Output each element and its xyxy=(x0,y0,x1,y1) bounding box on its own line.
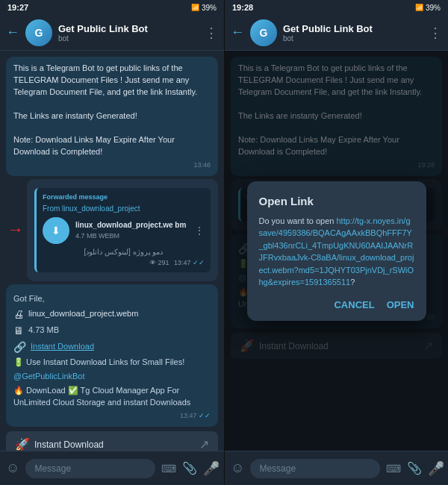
instant-dl-button-left[interactable]: 🚀 Instant Download ↗ xyxy=(6,431,218,451)
open-link-dialog: Open Link Do you want to open http://tg-… xyxy=(247,181,426,321)
mic-icon-left[interactable]: 🎤 xyxy=(203,460,220,477)
dialog-backdrop: Open Link Do you want to open http://tg-… xyxy=(225,51,448,451)
instant-link-row-left: 🔗 Instant Download xyxy=(13,340,211,354)
input-bar-left: ☺ ⌨ 📎 🎤 xyxy=(0,451,224,485)
file-caption-left: دمو پروژه [لینوکس دانلود] xyxy=(43,247,205,258)
file-options-left[interactable]: ⋮ xyxy=(194,223,205,238)
message-input-left[interactable] xyxy=(25,459,155,478)
rocket-icon-left: 🚀 xyxy=(15,437,30,451)
chat-header-right: ← G Get Public Link Bot bot ⋮ xyxy=(225,15,448,51)
dialog-open-button[interactable]: OPEN xyxy=(387,299,414,310)
right-panel: 19:28 📶 39% ← G Get Public Link Bot bot … xyxy=(224,0,448,485)
header-sub-left: bot xyxy=(58,34,199,43)
dialog-cancel-button[interactable]: CANCEL xyxy=(334,299,374,310)
keyboard-icon-left[interactable]: ⌨ xyxy=(161,463,176,475)
back-button-right[interactable]: ← xyxy=(231,25,244,40)
forwarded-label-left: Forwarded message xyxy=(43,193,205,202)
header-info-right: Get Public Link Bot bot xyxy=(283,23,423,43)
file-row-left: 🖨 linux_download_project.webm xyxy=(13,307,211,322)
chat-header-left: ← G Get Public Link Bot bot ⋮ xyxy=(0,15,224,51)
emoji-icon-right[interactable]: ☺ xyxy=(231,460,244,476)
file-size-left: 4.73 MB xyxy=(28,325,59,337)
mic-icon-right[interactable]: 🎤 xyxy=(428,460,444,477)
status-icons-right: 📶 39% xyxy=(415,4,441,12)
emoji-icon-left[interactable]: ☺ xyxy=(6,460,19,476)
status-bar-left: 19:27 📶 39% xyxy=(0,0,224,15)
header-title-left: Get Public Link Bot xyxy=(58,23,199,34)
size-row-left: 🖥 4.73 MB xyxy=(13,323,211,338)
back-button-left[interactable]: ← xyxy=(6,25,19,40)
file-meta-left: 4.7 MB WEBM xyxy=(75,231,188,241)
more-button-left[interactable]: ⋮ xyxy=(205,25,218,41)
dialog-title: Open Link xyxy=(259,195,414,207)
dialog-link[interactable]: http://tg-x.noyes.in/gsave/4959386/BQACA… xyxy=(259,216,414,287)
file-icon-emoji-left: 🖨 xyxy=(13,307,24,322)
forwarded-from-left: From linux_download_project xyxy=(43,204,205,215)
forwarded-wrapper-left: → Forwarded message From linux_download_… xyxy=(6,179,218,281)
time-right: 19:28 xyxy=(232,3,253,12)
got-file-time-left: 13:47 xyxy=(13,411,211,421)
message-input-right[interactable] xyxy=(250,459,380,478)
instant-link-left[interactable]: Instant Download xyxy=(31,341,94,353)
file-details-left: linux_download_project.we bm 4.7 MB WEBM xyxy=(75,220,188,241)
left-panel: 19:27 📶 39% ← G Get Public Link Bot bot … xyxy=(0,0,224,485)
share-icon-left: ↗ xyxy=(199,437,209,451)
file-name-left: linux_download_project.we bm xyxy=(75,220,188,231)
chat-area-left: This is a Telegram Bot to get public lin… xyxy=(0,51,224,451)
input-bar-right: ☺ ⌨ 📎 🎤 xyxy=(225,451,448,485)
instant-dl-label-left: Instant Download xyxy=(34,439,104,450)
dialog-body: Do you want to open http://tg-x.noyes.in… xyxy=(259,215,414,289)
intro-message-left: This is a Telegram Bot to get public lin… xyxy=(6,57,218,176)
header-sub-right: bot xyxy=(283,34,423,43)
forwarded-file-left: ⬇ linux_download_project.we bm 4.7 MB WE… xyxy=(43,217,205,244)
red-arrow-icon: → xyxy=(7,220,24,240)
avatar-right: G xyxy=(250,19,277,46)
dialog-actions: CANCEL OPEN xyxy=(259,299,414,310)
use-text-left: 🔋 Use Instant Download Links for Small F… xyxy=(13,357,211,369)
bot-mention-left[interactable]: @GetPublicLinkBot xyxy=(13,371,211,383)
chat-area-right: This is a Telegram Bot to get public lin… xyxy=(225,51,448,451)
got-file-bubble-left: Got File, 🖨 linux_download_project.webm … xyxy=(6,284,218,428)
file-views-left: 👁 291 13:47 ✓✓ xyxy=(43,258,205,268)
forwarded-bubble-left: Forwarded message From linux_download_pr… xyxy=(27,179,218,281)
file-row-name-left: linux_download_project.webm xyxy=(28,308,138,320)
got-file-text-left: Got File, xyxy=(13,293,211,305)
header-title-right: Get Public Link Bot xyxy=(283,23,423,34)
file-icon-left: ⬇ xyxy=(43,217,69,244)
status-icons-left: 📶 39% xyxy=(191,4,217,12)
header-info-left: Get Public Link Bot bot xyxy=(58,23,199,43)
time-left: 19:27 xyxy=(7,3,28,12)
status-bar-right: 19:28 📶 39% xyxy=(225,0,448,15)
promo-text-left: 🔥 DownLoad ✅ Tg Cloud Manager App For Un… xyxy=(13,385,211,409)
attach-icon-right[interactable]: 📎 xyxy=(407,461,422,475)
intro-time-left: 13:46 xyxy=(13,160,211,170)
more-button-right[interactable]: ⋮ xyxy=(429,25,442,41)
forwarded-box-left: Forwarded message From linux_download_pr… xyxy=(34,188,211,272)
attach-icon-left[interactable]: 📎 xyxy=(182,461,197,475)
avatar-left: G xyxy=(25,19,52,46)
keyboard-icon-right[interactable]: ⌨ xyxy=(386,463,401,475)
